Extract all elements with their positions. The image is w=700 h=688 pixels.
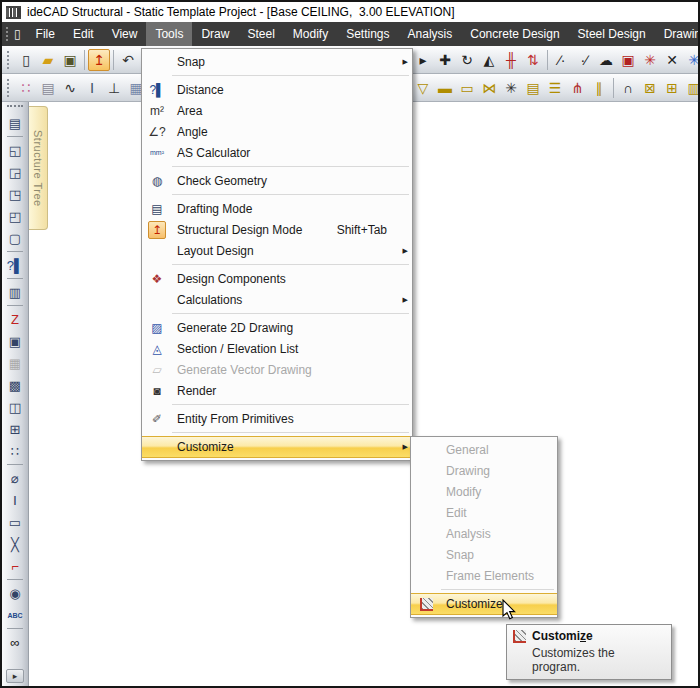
stretch-icon[interactable]: ⇅ <box>522 49 544 71</box>
wall-element-icon[interactable]: ▥ <box>683 77 700 99</box>
undo-icon[interactable]: ↶ <box>117 49 139 71</box>
menubar-item-analysis[interactable]: Analysis <box>399 22 462 46</box>
array-copy-icon[interactable]: ⊞ <box>5 419 25 439</box>
structural-design-mode-icon[interactable]: ↥ <box>88 49 110 71</box>
snap-dome-icon[interactable]: ☁ <box>595 49 617 71</box>
paste-special-icon[interactable]: ▩ <box>5 375 25 395</box>
menu-bar: ▯ FileEditViewToolsDrawSteelModifySettin… <box>2 22 698 46</box>
customize-icon <box>414 598 438 611</box>
tools-menu-item-calculations[interactable]: Calculations▶ <box>142 289 412 310</box>
tools-menu-item-section-elevation-list[interactable]: ◬Section / Elevation List <box>142 338 412 359</box>
menu-item-label: Drawing <box>438 464 544 478</box>
tools-menu-item-distance[interactable]: ?▌Distance <box>142 79 412 100</box>
support-icon[interactable]: ⊥ <box>103 77 125 99</box>
separator <box>613 78 614 98</box>
toolbar-overflow-icon[interactable]: ▸ <box>412 49 434 71</box>
tools-menu-item-structural-design-mode[interactable]: ↥Structural Design ModeShift+Tab <box>142 219 412 240</box>
arch-element-icon[interactable]: ∩ <box>617 77 639 99</box>
snap-free-icon[interactable]: ∕· <box>551 49 573 71</box>
select-chain-icon[interactable]: ◰ <box>5 206 25 226</box>
check-geometry-icon[interactable]: ◉ <box>5 583 25 603</box>
auto-abc-icon[interactable]: ABC <box>5 605 25 625</box>
truss-element-icon[interactable]: ⋈ <box>478 77 500 99</box>
tools-menu-item-render[interactable]: ◙Render <box>142 380 412 401</box>
menubar-item-drawings[interactable]: Drawings <box>655 22 700 46</box>
group-icon[interactable]: ◫ <box>5 397 25 417</box>
wall-icon[interactable]: ▤ <box>37 77 59 99</box>
toolbar-more-button[interactable]: ▸ <box>6 669 24 683</box>
rotate-icon[interactable]: ↻ <box>456 49 478 71</box>
spring-icon[interactable]: ∿ <box>59 77 81 99</box>
mirror-icon[interactable]: ◭ <box>478 49 500 71</box>
snap-intersection-icon[interactable]: ✕ <box>661 49 683 71</box>
design-components-icon: ❖ <box>145 272 169 286</box>
corner-icon[interactable]: ⌐ <box>5 556 25 576</box>
report-icon[interactable]: ▥ <box>5 282 25 302</box>
menubar-item-settings[interactable]: Settings <box>337 22 398 46</box>
erase-icon[interactable]: ⌀ <box>5 468 25 488</box>
tools-menu-item-area[interactable]: m²Area <box>142 100 412 121</box>
tools-menu-item-layout-design[interactable]: Layout Design▶ <box>142 240 412 261</box>
menubar-item-view[interactable]: View <box>103 22 147 46</box>
find-icon[interactable]: ∞ <box>5 632 25 652</box>
move-icon[interactable]: ✚ <box>434 49 456 71</box>
snap-node-icon[interactable]: ✳ <box>639 49 661 71</box>
mirror-axis-icon[interactable]: ╫ <box>500 49 522 71</box>
select-window-icon[interactable]: ▢ <box>5 228 25 248</box>
grid-element-icon[interactable]: ⊞ <box>661 77 683 99</box>
save-icon[interactable]: ▣ <box>59 49 81 71</box>
corrugated-sheet-icon[interactable]: ∥ <box>588 77 610 99</box>
customize-submenu-item-customize[interactable]: Customize <box>411 593 557 615</box>
column-element-icon[interactable]: ▽ <box>412 77 434 99</box>
snap-near-icon[interactable]: ✳ <box>683 49 700 71</box>
section-icon[interactable]: Z <box>5 309 25 329</box>
menubar-item-tools[interactable]: Tools <box>146 22 192 46</box>
beam-element-icon[interactable]: ▬ <box>434 77 456 99</box>
copy-icon[interactable]: ▣ <box>5 331 25 351</box>
nodes-icon[interactable]: ∷ <box>15 77 37 99</box>
structure-panel-icon[interactable]: ▤ <box>5 113 25 133</box>
menubar-item-steel-design[interactable]: Steel Design <box>569 22 655 46</box>
joist-slab-icon[interactable]: ☰ <box>544 77 566 99</box>
tools-menu-item-generate-2d-drawing[interactable]: ▨Generate 2D Drawing <box>142 317 412 338</box>
left-toolbar: ▤◱◲◳◰▢?▌▥Z▣▦▩◫⊞∷⌀Ⅰ▭╳⌐◉ABC∞ ▸ <box>2 102 29 686</box>
tools-menu-item-design-components[interactable]: ❖Design Components <box>142 268 412 289</box>
structure-tree-tab[interactable]: Structure Tree <box>29 106 48 230</box>
axis-element-icon[interactable]: ✳ <box>500 77 522 99</box>
tools-menu-item-snap[interactable]: Snap▶ <box>142 51 412 72</box>
select-move-icon[interactable]: ◳ <box>5 184 25 204</box>
tools-menu-item-angle[interactable]: ∠?Angle <box>142 121 412 142</box>
open-folder-icon[interactable]: ▰ <box>37 49 59 71</box>
tools-menu-item-customize[interactable]: Customize▶ <box>142 436 412 458</box>
menubar-item-concrete-design[interactable]: Concrete Design <box>461 22 568 46</box>
customize-submenu-item-edit: Edit <box>411 502 557 523</box>
point-array-icon[interactable]: ∷ <box>5 441 25 461</box>
new-document-icon[interactable]: ▯ <box>15 49 37 71</box>
separator <box>7 628 23 629</box>
distance-icon[interactable]: ?▌ <box>5 255 25 275</box>
ibeam-icon[interactable]: Ⅰ <box>81 77 103 99</box>
menu-item-label: Layout Design <box>169 244 399 258</box>
beam-3d-icon[interactable]: ▭ <box>5 512 25 532</box>
tools-menu-item-check-geometry[interactable]: ◍Check Geometry <box>142 170 412 191</box>
tools-menu-item-drafting-mode[interactable]: ▤Drafting Mode <box>142 198 412 219</box>
brace-element-icon[interactable]: ⊠ <box>639 77 661 99</box>
customize-tooltip: Customize Customizes the program. <box>506 624 672 680</box>
snap-region-icon[interactable]: ▣ <box>617 49 639 71</box>
menubar-item-edit[interactable]: Edit <box>64 22 103 46</box>
haunch-element-icon[interactable]: ⋔ <box>566 77 588 99</box>
column-3d-icon[interactable]: Ⅰ <box>5 490 25 510</box>
select-add-icon[interactable]: ◲ <box>5 162 25 182</box>
menubar-item-steel[interactable]: Steel <box>238 22 283 46</box>
extend-trim-icon[interactable]: ╳ <box>5 534 25 554</box>
snap-line-icon[interactable]: ·∕ <box>573 49 595 71</box>
menubar-item-modify[interactable]: Modify <box>284 22 337 46</box>
menubar-item-file[interactable]: File <box>27 22 64 46</box>
tools-menu-item-as-calculator[interactable]: mm²AS Calculator <box>142 142 412 163</box>
slab-element-icon[interactable]: ▭ <box>456 77 478 99</box>
tools-menu-item-entity-from-primitives[interactable]: ✐Entity From Primitives <box>142 408 412 429</box>
panel-element-icon[interactable]: ▤ <box>522 77 544 99</box>
select-icon[interactable]: ◱ <box>5 140 25 160</box>
check-geometry-icon: ◍ <box>145 174 169 188</box>
menubar-item-draw[interactable]: Draw <box>192 22 238 46</box>
